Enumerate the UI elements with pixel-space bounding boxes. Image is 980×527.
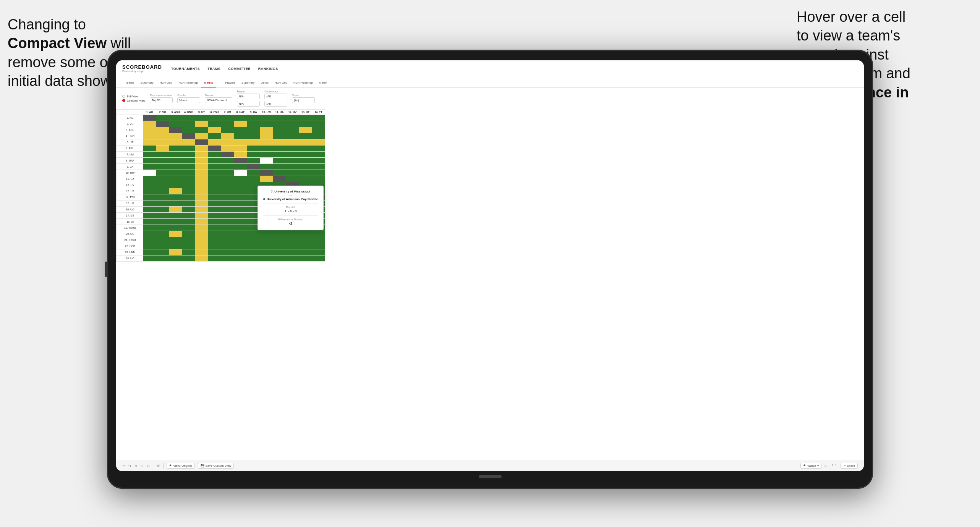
region-select-1[interactable]: N/A xyxy=(237,94,260,99)
matrix-cell[interactable] xyxy=(208,164,221,170)
refresh-icon[interactable]: ↺ xyxy=(157,464,160,468)
matrix-cell[interactable] xyxy=(221,115,234,121)
matrix-cell[interactable] xyxy=(208,182,221,188)
matrix-cell[interactable] xyxy=(156,194,169,200)
matrix-cell[interactable] xyxy=(221,152,234,158)
matrix-cell[interactable] xyxy=(234,207,247,213)
matrix-cell[interactable] xyxy=(182,158,195,164)
nav-committee[interactable]: COMMITTEE xyxy=(228,67,251,71)
matrix-cell[interactable] xyxy=(247,152,260,158)
matrix-cell[interactable] xyxy=(312,237,325,243)
matrix-cell[interactable] xyxy=(247,231,260,237)
matrix-cell[interactable] xyxy=(273,133,286,139)
matrix-cell[interactable] xyxy=(273,121,286,127)
matrix-cell[interactable] xyxy=(234,243,247,249)
matrix-cell[interactable] xyxy=(143,249,156,255)
matrix-cell[interactable] xyxy=(234,121,247,127)
matrix-cell[interactable] xyxy=(208,133,221,139)
matrix-cell[interactable] xyxy=(247,115,260,121)
matrix-cell[interactable] xyxy=(260,145,273,152)
matrix-cell[interactable] xyxy=(169,243,182,249)
matrix-cell[interactable] xyxy=(156,249,169,255)
matrix-cell[interactable] xyxy=(234,145,247,152)
matrix-cell[interactable] xyxy=(247,249,260,255)
matrix-cell[interactable] xyxy=(312,133,325,139)
tab-h2h-heatmap-2[interactable]: H2H Heatmap xyxy=(290,79,316,87)
matrix-cell[interactable] xyxy=(221,188,234,194)
matrix-cell[interactable] xyxy=(195,188,208,194)
tool-icon-3[interactable]: ⊟ xyxy=(147,464,150,468)
matrix-cell[interactable] xyxy=(247,164,260,170)
tab-summary-1[interactable]: Summary xyxy=(138,79,157,87)
matrix-cell[interactable] xyxy=(221,145,234,152)
nav-teams[interactable]: TEAMS xyxy=(207,67,220,71)
matrix-cell[interactable] xyxy=(247,243,260,249)
matrix-cell[interactable] xyxy=(286,164,299,170)
matrix-cell[interactable] xyxy=(208,237,221,243)
matrix-cell[interactable] xyxy=(182,200,195,207)
matrix-scroll[interactable]: 1. AU 2. VU 3. ASU 4. UNC 5. UT 6. FSU 7… xyxy=(116,109,864,460)
matrix-cell[interactable] xyxy=(195,255,208,262)
matrix-cell[interactable] xyxy=(221,158,234,164)
compact-view-option[interactable]: Compact View xyxy=(122,99,145,102)
matrix-cell[interactable] xyxy=(312,176,325,182)
matrix-cell[interactable] xyxy=(143,237,156,243)
matrix-cell[interactable] xyxy=(221,237,234,243)
matrix-cell[interactable] xyxy=(247,158,260,164)
matrix-cell[interactable] xyxy=(195,237,208,243)
matrix-cell[interactable] xyxy=(208,158,221,164)
matrix-cell[interactable] xyxy=(260,164,273,170)
matrix-cell[interactable] xyxy=(286,145,299,152)
nav-rankings[interactable]: RANKINGS xyxy=(258,67,278,71)
matrix-cell[interactable] xyxy=(299,237,312,243)
matrix-cell[interactable] xyxy=(234,182,247,188)
matrix-cell[interactable] xyxy=(143,182,156,188)
nav-tournaments[interactable]: TOURNAMENTS xyxy=(171,67,200,71)
matrix-cell[interactable] xyxy=(273,152,286,158)
matrix-cell[interactable] xyxy=(247,139,260,145)
matrix-cell[interactable] xyxy=(156,176,169,182)
matrix-cell[interactable] xyxy=(234,127,247,133)
matrix-cell[interactable] xyxy=(182,115,195,121)
matrix-cell[interactable] xyxy=(143,115,156,121)
matrix-cell[interactable] xyxy=(169,231,182,237)
matrix-cell[interactable] xyxy=(299,170,312,176)
matrix-cell[interactable] xyxy=(286,127,299,133)
matrix-cell[interactable] xyxy=(299,158,312,164)
matrix-cell[interactable] xyxy=(156,243,169,249)
matrix-cell[interactable] xyxy=(260,237,273,243)
matrix-cell[interactable] xyxy=(143,255,156,262)
matrix-cell[interactable] xyxy=(312,158,325,164)
matrix-cell[interactable] xyxy=(182,243,195,249)
matrix-cell[interactable] xyxy=(169,237,182,243)
matrix-cell[interactable] xyxy=(143,170,156,176)
matrix-cell[interactable] xyxy=(299,121,312,127)
matrix-cell[interactable] xyxy=(143,200,156,207)
division-select[interactable]: NCAA Division I xyxy=(205,97,232,103)
matrix-cell[interactable] xyxy=(273,255,286,262)
matrix-cell[interactable] xyxy=(208,231,221,237)
matrix-cell[interactable] xyxy=(312,231,325,237)
matrix-cell[interactable] xyxy=(299,139,312,145)
matrix-cell[interactable] xyxy=(221,176,234,182)
matrix-cell[interactable] xyxy=(156,158,169,164)
matrix-cell[interactable] xyxy=(286,139,299,145)
matrix-cell[interactable] xyxy=(156,115,169,121)
matrix-cell[interactable] xyxy=(221,213,234,219)
matrix-cell[interactable] xyxy=(260,243,273,249)
matrix-cell[interactable] xyxy=(208,188,221,194)
matrix-cell[interactable] xyxy=(221,207,234,213)
matrix-cell[interactable] xyxy=(299,231,312,237)
matrix-cell[interactable] xyxy=(156,164,169,170)
matrix-cell[interactable] xyxy=(299,255,312,262)
matrix-cell[interactable] xyxy=(208,194,221,200)
tab-h2h-grid-2[interactable]: H2H Grid xyxy=(272,79,290,87)
matrix-cell[interactable] xyxy=(312,249,325,255)
matrix-cell[interactable] xyxy=(221,243,234,249)
matrix-cell[interactable] xyxy=(247,121,260,127)
matrix-cell[interactable] xyxy=(234,176,247,182)
matrix-cell[interactable] xyxy=(312,255,325,262)
matrix-cell[interactable] xyxy=(234,139,247,145)
matrix-cell[interactable] xyxy=(312,152,325,158)
tab-matrix-2[interactable]: Matrix xyxy=(316,79,330,87)
